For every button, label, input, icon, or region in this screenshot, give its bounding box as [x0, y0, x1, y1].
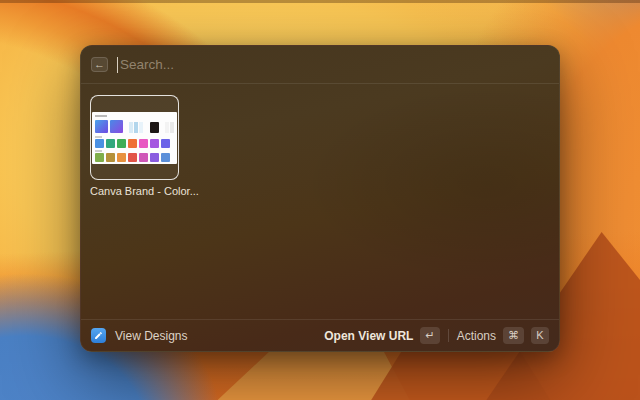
k-key-badge: K [531, 327, 549, 344]
color-swatch [128, 153, 137, 162]
command-key-badge: ⌘ [503, 327, 524, 344]
action-bar-left: View Designs [91, 328, 187, 343]
results-grid: Canva Brand - Color... [81, 85, 559, 319]
color-swatch [129, 122, 133, 133]
color-swatch [128, 139, 137, 148]
launcher-window: ← C [80, 45, 560, 352]
thumb-gradient-swatches [95, 120, 123, 133]
primary-action-button[interactable]: Open View URL ↵ [324, 327, 439, 344]
color-swatch [150, 153, 159, 162]
color-swatch [110, 120, 123, 133]
color-swatch [95, 120, 108, 133]
actions-label: Actions [457, 329, 496, 343]
design-thumbnail-card[interactable] [90, 95, 179, 180]
color-swatch [95, 139, 104, 148]
action-bar-right: Open View URL ↵ Actions ⌘ K [324, 327, 549, 344]
color-swatch [170, 122, 174, 133]
return-key-badge: ↵ [420, 327, 439, 344]
back-button[interactable]: ← [91, 57, 108, 72]
canva-pencil-icon [91, 328, 106, 343]
actions-menu-button[interactable]: Actions ⌘ K [457, 327, 549, 344]
design-thumbnail [92, 112, 177, 164]
thumb-light-swatches [165, 122, 174, 133]
color-swatch [165, 122, 169, 133]
color-swatch [117, 153, 126, 162]
grid-item-canva-brand[interactable]: Canva Brand - Color... [90, 95, 182, 197]
thumb-color-row-bright [95, 139, 174, 148]
search-input[interactable] [120, 57, 549, 72]
thumb-gradient-row [95, 120, 174, 133]
primary-action-label: Open View URL [324, 329, 413, 343]
text-cursor [117, 57, 118, 73]
color-swatch [134, 122, 138, 133]
thumb-color-row-muted [95, 153, 174, 162]
footer-separator [448, 329, 449, 342]
wallpaper-bottom-edge [0, 0, 640, 3]
thumb-black-swatch [150, 122, 159, 133]
arrow-left-icon: ← [94, 59, 105, 70]
color-swatch [161, 153, 170, 162]
color-swatch [139, 153, 148, 162]
grid-item-label: Canva Brand - Color... [90, 185, 182, 197]
color-swatch [117, 139, 126, 148]
color-swatch [139, 122, 143, 133]
color-swatch [106, 153, 115, 162]
color-swatch [95, 153, 104, 162]
color-swatch [139, 139, 148, 148]
action-bar: View Designs Open View URL ↵ Actions ⌘ K [81, 319, 559, 351]
extension-title: View Designs [115, 329, 187, 343]
color-swatch [161, 139, 170, 148]
color-swatch [106, 139, 115, 148]
thumb-label-bar [95, 150, 102, 152]
color-swatch [150, 139, 159, 148]
search-bar: ← [81, 46, 559, 84]
thumb-palette-swatches [129, 122, 143, 133]
thumb-label-bar [95, 136, 102, 138]
thumb-heading-bar [95, 115, 107, 117]
